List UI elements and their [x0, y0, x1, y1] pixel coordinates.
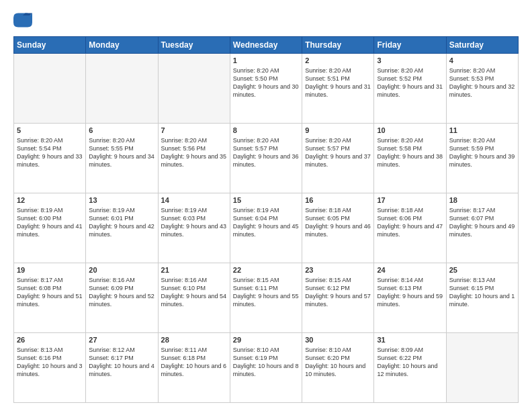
day-info: Sunrise: 8:20 AM Sunset: 5:55 PM Dayligh…: [89, 136, 154, 169]
calendar-cell: 14Sunrise: 8:19 AM Sunset: 6:03 PM Dayli…: [158, 193, 230, 263]
calendar-cell: [158, 54, 230, 124]
day-info: Sunrise: 8:20 AM Sunset: 5:59 PM Dayligh…: [449, 136, 515, 169]
day-info: Sunrise: 8:12 AM Sunset: 6:17 PM Dayligh…: [89, 346, 154, 379]
weekday-header-saturday: Saturday: [446, 37, 518, 54]
calendar-week-0: 1Sunrise: 8:20 AM Sunset: 5:50 PM Daylig…: [14, 54, 519, 124]
calendar-cell: 22Sunrise: 8:15 AM Sunset: 6:11 PM Dayli…: [230, 263, 302, 333]
day-info: Sunrise: 8:17 AM Sunset: 6:07 PM Dayligh…: [449, 206, 515, 239]
day-number: 22: [233, 265, 299, 275]
logo: [13, 11, 35, 30]
calendar-cell: [86, 54, 158, 124]
calendar-cell: 28Sunrise: 8:11 AM Sunset: 6:18 PM Dayli…: [158, 333, 230, 403]
day-number: 10: [377, 126, 443, 136]
day-info: Sunrise: 8:13 AM Sunset: 6:16 PM Dayligh…: [17, 346, 83, 379]
day-info: Sunrise: 8:20 AM Sunset: 5:56 PM Dayligh…: [161, 136, 227, 169]
weekday-header-friday: Friday: [374, 37, 446, 54]
day-number: 23: [305, 265, 371, 275]
day-number: 15: [233, 195, 299, 205]
calendar-cell: 23Sunrise: 8:15 AM Sunset: 6:12 PM Dayli…: [302, 263, 374, 333]
calendar-cell: 2Sunrise: 8:20 AM Sunset: 5:51 PM Daylig…: [302, 54, 374, 124]
day-info: Sunrise: 8:20 AM Sunset: 5:58 PM Dayligh…: [377, 136, 443, 169]
day-info: Sunrise: 8:15 AM Sunset: 6:11 PM Dayligh…: [233, 276, 299, 309]
day-info: Sunrise: 8:10 AM Sunset: 6:20 PM Dayligh…: [305, 346, 371, 379]
day-number: 17: [377, 195, 443, 205]
day-number: 19: [17, 265, 83, 275]
day-number: 28: [161, 335, 227, 345]
day-info: Sunrise: 8:20 AM Sunset: 5:57 PM Dayligh…: [233, 136, 299, 169]
day-number: 5: [17, 126, 83, 136]
day-number: 9: [305, 126, 371, 136]
calendar-cell: 7Sunrise: 8:20 AM Sunset: 5:56 PM Daylig…: [158, 124, 230, 193]
calendar-week-2: 12Sunrise: 8:19 AM Sunset: 6:00 PM Dayli…: [14, 193, 519, 263]
calendar-cell: 13Sunrise: 8:19 AM Sunset: 6:01 PM Dayli…: [86, 193, 158, 263]
calendar-cell: 17Sunrise: 8:18 AM Sunset: 6:06 PM Dayli…: [374, 193, 446, 263]
day-number: 12: [17, 195, 83, 205]
day-info: Sunrise: 8:10 AM Sunset: 6:19 PM Dayligh…: [233, 346, 299, 379]
weekday-header-thursday: Thursday: [302, 37, 374, 54]
day-info: Sunrise: 8:20 AM Sunset: 5:51 PM Dayligh…: [305, 66, 371, 99]
calendar-cell: 1Sunrise: 8:20 AM Sunset: 5:50 PM Daylig…: [230, 54, 302, 124]
calendar-cell: 29Sunrise: 8:10 AM Sunset: 6:19 PM Dayli…: [230, 333, 302, 403]
day-info: Sunrise: 8:11 AM Sunset: 6:18 PM Dayligh…: [161, 346, 227, 379]
day-info: Sunrise: 8:13 AM Sunset: 6:15 PM Dayligh…: [449, 276, 515, 309]
day-number: 27: [89, 335, 154, 345]
calendar-cell: 4Sunrise: 8:20 AM Sunset: 5:53 PM Daylig…: [446, 54, 518, 124]
calendar-week-4: 26Sunrise: 8:13 AM Sunset: 6:16 PM Dayli…: [14, 333, 519, 403]
day-info: Sunrise: 8:19 AM Sunset: 6:04 PM Dayligh…: [233, 206, 299, 239]
day-info: Sunrise: 8:20 AM Sunset: 5:57 PM Dayligh…: [305, 136, 371, 169]
calendar-cell: 8Sunrise: 8:20 AM Sunset: 5:57 PM Daylig…: [230, 124, 302, 193]
day-number: 25: [449, 265, 515, 275]
logo-icon: [13, 11, 32, 30]
calendar-cell: [14, 54, 86, 124]
day-info: Sunrise: 8:16 AM Sunset: 6:10 PM Dayligh…: [161, 276, 227, 309]
calendar-cell: 20Sunrise: 8:16 AM Sunset: 6:09 PM Dayli…: [86, 263, 158, 333]
day-number: 20: [89, 265, 154, 275]
calendar-cell: 5Sunrise: 8:20 AM Sunset: 5:54 PM Daylig…: [14, 124, 86, 193]
weekday-header-tuesday: Tuesday: [158, 37, 230, 54]
day-number: 8: [233, 126, 299, 136]
day-number: 30: [305, 335, 371, 345]
day-info: Sunrise: 8:19 AM Sunset: 6:01 PM Dayligh…: [89, 206, 154, 239]
calendar-cell: 16Sunrise: 8:18 AM Sunset: 6:05 PM Dayli…: [302, 193, 374, 263]
day-info: Sunrise: 8:19 AM Sunset: 6:00 PM Dayligh…: [17, 206, 83, 239]
calendar-cell: 3Sunrise: 8:20 AM Sunset: 5:52 PM Daylig…: [374, 54, 446, 124]
calendar-table: SundayMondayTuesdayWednesdayThursdayFrid…: [13, 36, 519, 403]
day-number: 3: [377, 56, 443, 66]
day-info: Sunrise: 8:20 AM Sunset: 5:52 PM Dayligh…: [377, 66, 443, 99]
weekday-header-wednesday: Wednesday: [230, 37, 302, 54]
calendar-cell: 19Sunrise: 8:17 AM Sunset: 6:08 PM Dayli…: [14, 263, 86, 333]
day-number: 13: [89, 195, 154, 205]
day-info: Sunrise: 8:18 AM Sunset: 6:05 PM Dayligh…: [305, 206, 371, 239]
calendar-cell: 31Sunrise: 8:09 AM Sunset: 6:22 PM Dayli…: [374, 333, 446, 403]
day-number: 24: [377, 265, 443, 275]
calendar-cell: 21Sunrise: 8:16 AM Sunset: 6:10 PM Dayli…: [158, 263, 230, 333]
day-info: Sunrise: 8:20 AM Sunset: 5:53 PM Dayligh…: [449, 66, 515, 99]
day-info: Sunrise: 8:19 AM Sunset: 6:03 PM Dayligh…: [161, 206, 227, 239]
day-info: Sunrise: 8:20 AM Sunset: 5:50 PM Dayligh…: [233, 66, 299, 99]
calendar-week-3: 19Sunrise: 8:17 AM Sunset: 6:08 PM Dayli…: [14, 263, 519, 333]
calendar-cell: 15Sunrise: 8:19 AM Sunset: 6:04 PM Dayli…: [230, 193, 302, 263]
day-info: Sunrise: 8:09 AM Sunset: 6:22 PM Dayligh…: [377, 346, 443, 379]
day-number: 7: [161, 126, 227, 136]
day-number: 1: [233, 56, 299, 66]
day-number: 26: [17, 335, 83, 345]
day-info: Sunrise: 8:20 AM Sunset: 5:54 PM Dayligh…: [17, 136, 83, 169]
calendar-cell: [446, 333, 518, 403]
day-info: Sunrise: 8:16 AM Sunset: 6:09 PM Dayligh…: [89, 276, 154, 309]
weekday-header-monday: Monday: [86, 37, 158, 54]
calendar-cell: 9Sunrise: 8:20 AM Sunset: 5:57 PM Daylig…: [302, 124, 374, 193]
calendar-cell: 24Sunrise: 8:14 AM Sunset: 6:13 PM Dayli…: [374, 263, 446, 333]
header: [13, 11, 519, 30]
calendar-cell: 30Sunrise: 8:10 AM Sunset: 6:20 PM Dayli…: [302, 333, 374, 403]
day-number: 2: [305, 56, 371, 66]
day-number: 31: [377, 335, 443, 345]
calendar-cell: 26Sunrise: 8:13 AM Sunset: 6:16 PM Dayli…: [14, 333, 86, 403]
day-info: Sunrise: 8:14 AM Sunset: 6:13 PM Dayligh…: [377, 276, 443, 309]
day-info: Sunrise: 8:15 AM Sunset: 6:12 PM Dayligh…: [305, 276, 371, 309]
calendar-cell: 10Sunrise: 8:20 AM Sunset: 5:58 PM Dayli…: [374, 124, 446, 193]
calendar-header-row: SundayMondayTuesdayWednesdayThursdayFrid…: [14, 37, 519, 54]
calendar-week-1: 5Sunrise: 8:20 AM Sunset: 5:54 PM Daylig…: [14, 124, 519, 193]
day-number: 6: [89, 126, 154, 136]
calendar-cell: 11Sunrise: 8:20 AM Sunset: 5:59 PM Dayli…: [446, 124, 518, 193]
calendar-cell: 27Sunrise: 8:12 AM Sunset: 6:17 PM Dayli…: [86, 333, 158, 403]
